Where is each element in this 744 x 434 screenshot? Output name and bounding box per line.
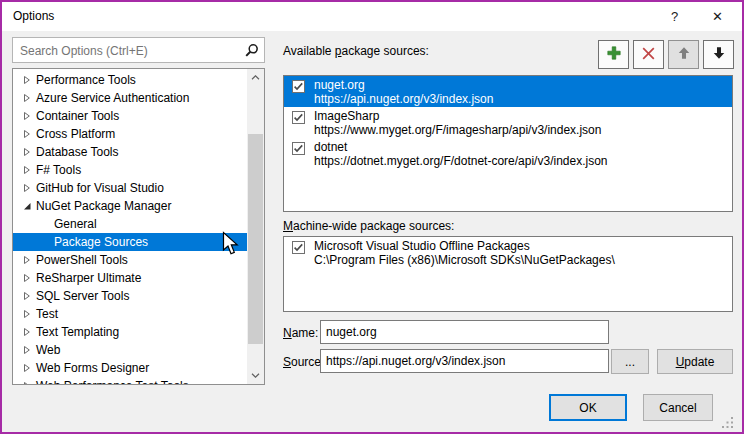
checkbox-checked-icon[interactable] [292,142,305,155]
close-icon: ✕ [712,9,723,24]
plus-icon [606,45,622,64]
tree-item-sql-server-tools[interactable]: SQL Server Tools [13,287,247,305]
help-button[interactable]: ? [652,2,697,31]
expand-icon[interactable] [18,111,36,121]
tree-item-label: Text Templating [36,325,119,339]
move-down-button[interactable] [703,40,734,69]
tree-item-label: GitHub for Visual Studio [36,181,164,195]
tree-item-container-tools[interactable]: Container Tools [13,107,247,125]
label-mnemonic: p [335,44,342,58]
tree-item-label: Container Tools [36,109,119,123]
options-tree: Performance Tools Azure Service Authenti… [12,68,265,385]
tree-item-label: Azure Service Authentication [36,91,189,105]
expand-icon[interactable] [18,165,36,175]
move-up-button[interactable] [668,40,699,69]
expand-icon[interactable] [18,183,36,193]
label-text: ame: [292,326,319,340]
machine-wide-sources-label: Machine-wide package sources: [283,219,454,233]
tree-item-label: ReSharper Ultimate [36,271,141,285]
expand-icon[interactable] [18,381,36,385]
mouse-cursor-icon [222,231,239,256]
source-url: https://api.nuget.org/v3/index.json [314,92,493,106]
browse-label: ... [625,355,635,369]
scroll-up-icon[interactable] [247,69,264,86]
source-field[interactable] [320,349,609,373]
tree-item-label: NuGet Package Manager [36,199,171,213]
source-label: Source: [283,355,324,369]
remove-source-button[interactable] [633,40,664,69]
tree-item-resharper-ultimate[interactable]: ReSharper Ultimate [13,269,247,287]
expand-icon[interactable] [18,291,36,301]
source-url: C:\Program Files (x86)\Microsoft SDKs\Nu… [314,253,615,267]
source-row-nuget-org[interactable]: nuget.org https://api.nuget.org/v3/index… [284,76,732,107]
search-box [12,37,265,63]
label-mnemonic: M [283,219,293,233]
expand-icon[interactable] [18,129,36,139]
tree-item-package-sources[interactable]: Package Sources [13,233,247,251]
source-text: Microsoft Visual Studio Offline Packages… [314,239,615,267]
resize-grip[interactable] [721,416,734,429]
source-url: https://dotnet.myget.org/F/dotnet-core/a… [314,154,608,168]
available-sources-list: nuget.org https://api.nuget.org/v3/index… [283,75,733,212]
cancel-button[interactable]: Cancel [643,394,713,421]
expand-icon[interactable] [18,255,36,265]
update-label: Update [676,355,715,369]
tree-item-powershell-tools[interactable]: PowerShell Tools [13,251,247,269]
label-text: pdate [684,355,714,369]
ok-button[interactable]: OK [549,394,627,421]
tree-item-azure-service-authentication[interactable]: Azure Service Authentication [13,89,247,107]
expand-icon[interactable] [18,309,36,319]
source-url: https://www.myget.org/F/imagesharp/api/v… [314,123,601,137]
tree-item-database-tools[interactable]: Database Tools [13,143,247,161]
expand-icon[interactable] [18,363,36,373]
checkbox-checked-icon[interactable] [292,241,305,254]
tree-item-github-for-visual-studio[interactable]: GitHub for Visual Studio [13,179,247,197]
tree-item-web[interactable]: Web [13,341,247,359]
tree-item-web-performance-test-tools[interactable]: Web Performance Test Tools [13,377,247,385]
expand-icon[interactable] [18,273,36,283]
tree-item-label: PowerShell Tools [36,253,128,267]
expand-icon[interactable] [18,93,36,103]
expand-icon[interactable] [18,327,36,337]
tree-item-text-templating[interactable]: Text Templating [13,323,247,341]
checkbox-checked-icon[interactable] [292,111,305,124]
options-dialog: Options ? ✕ Performance Tools Azure Serv… [0,0,744,434]
tree-item-performance-tools[interactable]: Performance Tools [13,71,247,89]
tree-rows: Performance Tools Azure Service Authenti… [13,71,247,385]
tree-item-test[interactable]: Test [13,305,247,323]
window-title: Options [13,9,54,23]
tree-item-label: General [54,217,97,231]
tree-item-label: Cross Platform [36,127,115,141]
browse-button[interactable]: ... [611,349,649,374]
search-input[interactable] [20,42,238,59]
tree-item-label: Package Sources [54,235,148,249]
tree-item-fsharp-tools[interactable]: F# Tools [13,161,247,179]
source-name: nuget.org [314,78,493,92]
name-field[interactable] [320,320,609,344]
close-button[interactable]: ✕ [695,2,740,31]
source-row-dotnet[interactable]: dotnet https://dotnet.myget.org/F/dotnet… [284,138,732,169]
expand-icon[interactable] [18,345,36,355]
titlebar: Options ? ✕ [2,2,742,31]
add-source-button[interactable] [598,40,629,69]
scrollbar-thumb[interactable] [248,134,263,344]
source-row-imagesharp[interactable]: ImageSharp https://www.myget.org/F/image… [284,107,732,138]
tree-item-web-forms-designer[interactable]: Web Forms Designer [13,359,247,377]
update-button[interactable]: Update [657,349,733,374]
expand-icon[interactable] [18,75,36,85]
scroll-down-icon[interactable] [247,367,264,384]
tree-scrollbar[interactable] [247,69,264,384]
tree-item-nuget-package-manager[interactable]: NuGet Package Manager [13,197,247,215]
label-text: ackage sources: [342,44,429,58]
help-icon: ? [671,9,678,24]
checkbox-checked-icon[interactable] [292,80,305,93]
tree-item-general[interactable]: General [13,215,247,233]
tree-item-cross-platform[interactable]: Cross Platform [13,125,247,143]
expand-icon[interactable] [18,147,36,157]
tree-item-label: SQL Server Tools [36,289,129,303]
arrow-up-icon [677,46,691,63]
tree-item-label: Performance Tools [36,73,136,87]
source-row-vs-offline-packages[interactable]: Microsoft Visual Studio Offline Packages… [284,237,732,268]
tree-item-label: Database Tools [36,145,119,159]
collapse-icon[interactable] [18,201,36,211]
